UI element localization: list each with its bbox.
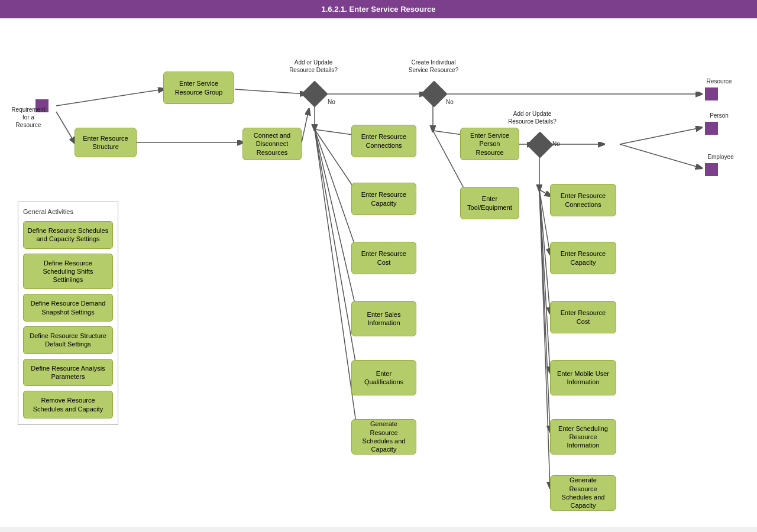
enter-sales-information[interactable]: Enter Sales Information [351,301,416,336]
svg-line-25 [539,190,550,487]
svg-line-23 [539,190,550,372]
decision-label-2: Create Individual Service Resource? [401,59,466,74]
svg-line-20 [539,190,550,196]
end-resource-label: Resource [701,77,737,85]
svg-line-10 [315,129,357,314]
svg-line-21 [539,190,550,254]
end-employee-event [705,163,718,176]
end-employee-label: Employee [701,153,740,161]
no-label-2: No [442,98,457,106]
enter-mobile-user-information[interactable]: Enter Mobile User Information [550,360,616,395]
end-person-event [705,122,718,135]
enter-service-person-resource[interactable]: Enter Service Person Resource [460,128,519,160]
no-label-1: No [324,98,339,106]
enter-resource-capacity-1[interactable]: Enter Resource Capacity [351,183,416,215]
enter-resource-structure[interactable]: Enter Resource Structure [75,128,137,157]
enter-tool-equipment[interactable]: Enter Tool/Equipment [460,187,519,219]
enter-qualifications[interactable]: Enter Qualifications [351,360,416,395]
svg-line-24 [539,190,550,431]
page-wrapper: 1.6.2.1. Enter Service Resource [0,0,757,532]
start-label: Requirement for a Resource [11,106,46,129]
svg-line-26 [620,128,701,144]
enter-resource-cost-1[interactable]: Enter Resource Cost [351,242,416,274]
svg-line-22 [539,190,550,313]
panel-item-3[interactable]: Define Resource Structure Default Settin… [23,326,113,354]
enter-service-resource-group[interactable]: Enter Service Resource Group [163,72,234,104]
title-text: 1.6.2.1. Enter Service Resource [322,5,436,14]
panel-item-5[interactable]: Remove Resource Schedules and Capacity [23,391,113,419]
general-activities-panel: General Activities Define Resource Sched… [18,202,118,425]
diagram-area: Requirement for a Resource Enter Service… [0,18,757,527]
end-person-label: Person [701,112,737,119]
enter-resource-connections-1[interactable]: Enter Resource Connections [351,125,416,157]
panel-item-4[interactable]: Define Resource Analysis Parameters [23,359,113,387]
svg-line-27 [620,144,701,168]
generate-schedules-2[interactable]: Generate Resource Schedules and Capacity [550,475,616,511]
enter-resource-capacity-2[interactable]: Enter Resource Capacity [550,242,616,274]
generate-schedules-1[interactable]: Generate Resource Schedules and Capacity [351,419,416,455]
svg-line-2 [235,89,305,94]
enter-resource-connections-2[interactable]: Enter Resource Connections [550,184,616,216]
no-label-3: No [549,140,564,148]
enter-scheduling-resource-information[interactable]: Enter Scheduling Resource Information [550,419,616,455]
enter-resource-cost-2[interactable]: Enter Resource Cost [550,301,616,333]
svg-line-4 [302,110,309,142]
decision-label-3: Add or Update Resource Details? [500,110,565,125]
svg-line-1 [56,112,75,142]
panel-title: General Activities [23,208,113,215]
connect-disconnect-resources[interactable]: Connect and Disconnect Resources [242,128,302,160]
svg-line-0 [56,89,163,106]
panel-item-2[interactable]: Define Resource Demand Snapshot Settings [23,294,113,322]
end-resource-event [705,87,718,100]
panel-item-1[interactable]: Define Resource Scheduling Shifts Settin… [23,254,113,290]
panel-item-0[interactable]: Define Resource Schedules and Capacity S… [23,221,113,249]
title-bar: 1.6.2.1. Enter Service Resource [0,0,757,18]
decision-label-1: Add or Update Resource Details? [281,59,346,74]
